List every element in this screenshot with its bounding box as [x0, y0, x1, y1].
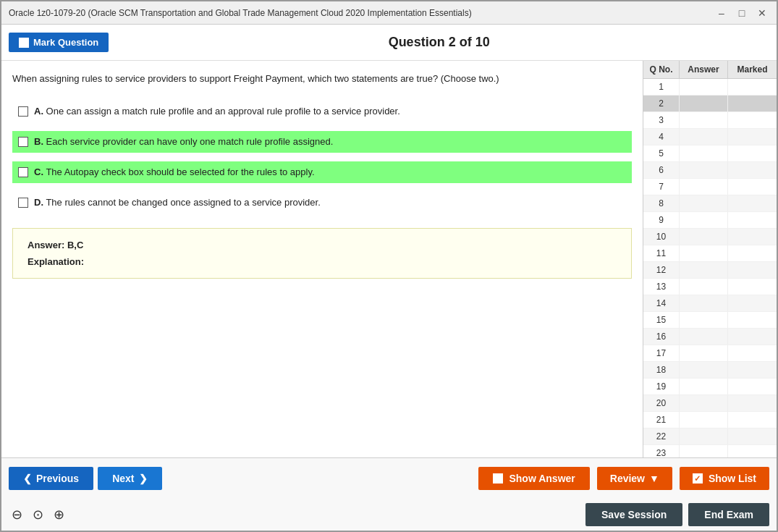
- sidebar-answer: [680, 212, 728, 228]
- next-arrow-icon: ❯: [139, 473, 148, 484]
- sidebar-answer: [680, 96, 728, 111]
- option-d-checkbox[interactable]: [18, 198, 28, 208]
- sidebar-answer: [680, 428, 728, 444]
- option-c[interactable]: C. The Autopay check box should be selec…: [12, 161, 632, 183]
- sidebar-row[interactable]: 1: [643, 79, 777, 96]
- sidebar-answer: [680, 312, 728, 328]
- sidebar-row[interactable]: 4: [643, 129, 777, 145]
- sidebar-answer: [680, 145, 728, 161]
- sidebar-qno: 16: [643, 329, 680, 345]
- header-marked: Marked: [728, 61, 777, 78]
- end-exam-button[interactable]: End Exam: [688, 503, 769, 526]
- option-c-checkbox[interactable]: [18, 167, 28, 177]
- sidebar-marked: [728, 295, 777, 311]
- sidebar-row[interactable]: 17: [643, 345, 777, 362]
- option-a[interactable]: A. One can assign a match rule profile a…: [12, 101, 632, 122]
- sidebar-qno: 15: [643, 312, 680, 328]
- sidebar-marked: [728, 162, 777, 178]
- sidebar-qno: 6: [643, 162, 680, 178]
- show-answer-label: Show Answer: [509, 473, 575, 484]
- question-panel: When assigning rules to service provider…: [1, 61, 643, 457]
- sidebar-qno: 23: [643, 445, 680, 457]
- sidebar-marked: [728, 195, 777, 211]
- sidebar-answer: [680, 395, 728, 411]
- sidebar-answer: [680, 79, 728, 95]
- sidebar-answer: [680, 262, 728, 278]
- sidebar-row[interactable]: 20: [643, 395, 777, 412]
- option-b[interactable]: B. Each service provider can have only o…: [12, 131, 632, 153]
- sidebar-row[interactable]: 3: [643, 112, 777, 129]
- sidebar-row[interactable]: 9: [643, 212, 777, 229]
- sidebar-marked: [728, 212, 777, 228]
- mark-question-button[interactable]: Mark Question: [9, 33, 109, 52]
- zoom-group: ⊖ ⊙ ⊕: [9, 505, 67, 524]
- sidebar-list[interactable]: 1 2 3 4 5 6 7 8: [643, 79, 777, 457]
- sidebar-marked: [728, 96, 777, 111]
- review-button[interactable]: Review ▼: [597, 467, 672, 490]
- next-label: Next: [112, 473, 134, 484]
- sidebar-row[interactable]: 8: [643, 195, 777, 212]
- zoom-normal-button[interactable]: ⊙: [30, 505, 46, 524]
- sidebar-qno: 7: [643, 179, 680, 195]
- sidebar-row[interactable]: 13: [643, 279, 777, 295]
- sidebar-qno: 17: [643, 345, 680, 361]
- action-row: ⊖ ⊙ ⊕ Save Session End Exam: [1, 499, 777, 531]
- sidebar-row[interactable]: 15: [643, 312, 777, 329]
- sidebar-marked: [728, 379, 777, 394]
- sidebar-marked: [728, 129, 777, 145]
- nav-left: ❮ Previous Next ❯: [9, 467, 162, 490]
- next-button[interactable]: Next ❯: [98, 467, 161, 490]
- maximize-button[interactable]: □: [735, 6, 749, 20]
- previous-button[interactable]: ❮ Previous: [9, 467, 93, 490]
- option-b-text: B. Each service provider can have only o…: [34, 135, 333, 148]
- sidebar-row[interactable]: 23: [643, 445, 777, 457]
- sidebar-answer: [680, 345, 728, 361]
- sidebar-row[interactable]: 2: [643, 96, 777, 112]
- sidebar-marked: [728, 345, 777, 361]
- sidebar-qno: 13: [643, 279, 680, 295]
- sidebar-row[interactable]: 12: [643, 262, 777, 279]
- sidebar-row[interactable]: 11: [643, 245, 777, 262]
- sidebar-qno: 4: [643, 129, 680, 145]
- question-title: Question 2 of 10: [109, 35, 769, 50]
- sidebar-row[interactable]: 21: [643, 412, 777, 428]
- zoom-in-button[interactable]: ⊕: [51, 505, 67, 524]
- option-a-checkbox[interactable]: [18, 106, 28, 117]
- sidebar-qno: 12: [643, 262, 680, 278]
- save-session-label: Save Session: [601, 509, 667, 520]
- show-list-button[interactable]: Show List: [680, 467, 769, 490]
- option-a-text: A. One can assign a match rule profile a…: [34, 105, 400, 118]
- sidebar-qno: 2: [643, 96, 680, 111]
- review-label: Review: [610, 473, 645, 484]
- sidebar-row[interactable]: 22: [643, 428, 777, 445]
- option-d[interactable]: D. The rules cannot be changed once assi…: [12, 192, 632, 214]
- sidebar-marked: [728, 179, 777, 195]
- minimize-button[interactable]: –: [714, 6, 729, 20]
- sidebar-row[interactable]: 7: [643, 179, 777, 195]
- save-session-button[interactable]: Save Session: [585, 503, 682, 526]
- sidebar-answer: [680, 379, 728, 394]
- close-button[interactable]: ✕: [755, 6, 769, 20]
- sidebar-row[interactable]: 6: [643, 162, 777, 179]
- sidebar-qno: 9: [643, 212, 680, 228]
- sidebar-answer: [680, 162, 728, 178]
- zoom-out-button[interactable]: ⊖: [9, 505, 25, 524]
- sidebar-row[interactable]: 14: [643, 295, 777, 312]
- sidebar-row[interactable]: 18: [643, 362, 777, 379]
- option-b-checkbox[interactable]: [18, 137, 28, 147]
- sidebar-qno: 11: [643, 245, 680, 261]
- sidebar-answer: [680, 362, 728, 378]
- sidebar-row[interactable]: 5: [643, 145, 777, 162]
- header-answer: Answer: [680, 61, 728, 78]
- sidebar-answer: [680, 112, 728, 128]
- sidebar-marked: [728, 329, 777, 345]
- sidebar-answer: [680, 412, 728, 428]
- main-content: When assigning rules to service provider…: [1, 61, 777, 457]
- prev-arrow-icon: ❮: [23, 473, 32, 484]
- sidebar-row[interactable]: 19: [643, 379, 777, 395]
- sidebar-marked: [728, 428, 777, 444]
- sidebar-row[interactable]: 16: [643, 329, 777, 345]
- sidebar-row[interactable]: 10: [643, 229, 777, 245]
- show-answer-button[interactable]: Show Answer: [478, 467, 589, 490]
- review-arrow-icon: ▼: [649, 473, 659, 484]
